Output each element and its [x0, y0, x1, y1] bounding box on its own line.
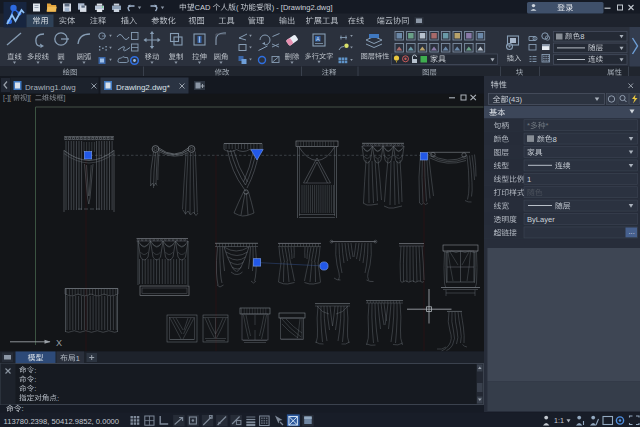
svg-text:][: ][ — [27, 94, 31, 102]
svg-text:1:1: 1:1 — [554, 416, 564, 425]
svg-text:(43): (43) — [509, 95, 523, 104]
svg-text:) - [Drawing2.dwg]: ) - [Drawing2.dwg] — [272, 3, 333, 12]
svg-text:...: ... — [629, 227, 635, 236]
svg-text:*: * — [546, 121, 549, 130]
svg-text:]: ] — [64, 94, 66, 102]
svg-text:8: 8 — [580, 32, 584, 41]
svg-text:1: 1 — [76, 354, 80, 363]
svg-text:A: A — [316, 36, 320, 42]
svg-text:1: 1 — [527, 175, 531, 184]
svg-text::: : — [57, 394, 59, 403]
svg-text:Drawing2.dwg*: Drawing2.dwg* — [116, 83, 170, 92]
svg-text::: : — [34, 375, 36, 384]
svg-text::: : — [34, 366, 36, 375]
svg-text::: : — [34, 384, 36, 393]
svg-text:[-][: [-][ — [3, 94, 11, 102]
svg-text::: : — [22, 404, 24, 413]
svg-text:X: X — [56, 338, 62, 348]
svg-text:CAD: CAD — [195, 3, 211, 12]
svg-text:8: 8 — [553, 135, 557, 144]
svg-text:*: * — [527, 121, 530, 130]
svg-text:Drawing1.dwg: Drawing1.dwg — [25, 83, 76, 92]
svg-text:113780.2398, 50412.9852, 0.000: 113780.2398, 50412.9852, 0.0000 — [4, 417, 120, 426]
svg-text:ByLayer: ByLayer — [527, 215, 555, 224]
